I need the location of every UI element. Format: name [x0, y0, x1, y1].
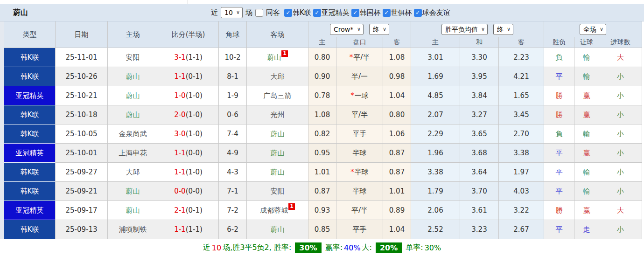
page-title: 蔚山: [13, 8, 28, 18]
odds-away-cell: 4.03: [499, 182, 544, 201]
away-team-cell: 安阳: [247, 182, 308, 201]
summary-text: 场,胜3平5负2, 胜率:: [223, 243, 291, 253]
handicap-line-cell: 平手: [336, 220, 383, 239]
league-filter[interactable]: ✓韩K联: [284, 8, 311, 17]
result-cell: 平: [544, 67, 574, 86]
fulltime-score: 2-0: [174, 111, 186, 119]
corners-cell: 6-2: [219, 220, 247, 239]
summary-text: 赢率:: [325, 243, 343, 253]
top-strip: [0, 0, 644, 4]
handicap-time-select-wrap: 终 ∨: [369, 24, 389, 35]
odds-home-cell: 2.06: [411, 201, 460, 220]
away-team-name: 蔚山: [271, 149, 285, 158]
col-header-league: 类型: [4, 21, 56, 48]
handicap-line-cell: *半球: [336, 163, 383, 182]
odds1x2-select[interactable]: 胜平负均值: [441, 24, 488, 35]
home-team-cell: 蔚山: [108, 105, 158, 125]
result-header-group: 全场 ∨: [544, 21, 642, 37]
odds-home-cell: 2.07: [411, 105, 460, 125]
checkbox-checked-icon[interactable]: ✓: [383, 9, 391, 17]
handicap-line-text: 半球: [353, 149, 367, 158]
subcol-header-handicap-home: 主: [308, 37, 336, 48]
home-team-cell: 蔚山: [108, 67, 158, 86]
goals-result-cell: 小: [599, 220, 642, 239]
score-cell: 1-1(0-0): [158, 144, 219, 163]
goals-result-cell: 小: [599, 105, 642, 125]
away-team-name: 广岛三箭: [264, 91, 292, 100]
home-team-cell: 蔚山: [108, 182, 158, 201]
league-badge: 韩K联: [4, 163, 56, 182]
odds-home-cell: 2.29: [411, 125, 460, 144]
score-cell: 1-1(0-1): [158, 67, 219, 86]
date-cell: 25-10-01: [56, 144, 108, 163]
handicap-time-select[interactable]: 终: [369, 24, 389, 35]
col-header-date: 日期: [56, 21, 108, 48]
home-team-name: 浦项制铁: [119, 225, 147, 234]
halftime-score: (0-0): [186, 187, 203, 195]
league-badge: 韩K联: [4, 220, 56, 239]
handicap-header-group: Crow* ∨ 终 ∨: [308, 21, 411, 37]
halftime-score: (0-0): [186, 149, 203, 157]
asterisk-marker: *: [350, 168, 354, 176]
handicap-line-cell: 平/半: [336, 201, 383, 220]
odds-home-cell: 3.38: [411, 163, 460, 182]
goals-result-cell: 小: [599, 86, 642, 105]
corners-cell: 7-4: [219, 125, 247, 144]
odds-away-cell: 4.21: [499, 67, 544, 86]
odds-away-cell: 3.22: [499, 201, 544, 220]
checkbox-checked-icon[interactable]: ✓: [284, 9, 292, 17]
note-badge: 1: [288, 203, 295, 210]
corners-cell: 4-9: [219, 144, 247, 163]
handicap-home-odds-cell: 0.80: [308, 48, 336, 67]
league-filter[interactable]: ✓世俱杯: [383, 8, 412, 17]
handicap-result-cell: 輸: [574, 182, 599, 201]
scope-select[interactable]: 全场: [580, 24, 606, 35]
checkbox-checked-icon[interactable]: ✓: [313, 9, 321, 17]
divider: [515, 0, 515, 4]
score-cell: 1-1(1-0): [158, 163, 219, 182]
handicap-away-odds-cell: 1.01: [383, 182, 411, 201]
home-team-cell: 上海申花: [108, 144, 158, 163]
away-team-name: 大邱: [271, 72, 285, 81]
corners-cell: 8-1: [219, 67, 247, 86]
odds-away-cell: 3.45: [499, 105, 544, 125]
handicap-line-text: 平手: [353, 130, 367, 138]
halftime-score: (1-0): [186, 130, 203, 138]
league-filter[interactable]: ✓球会友谊: [414, 8, 450, 17]
league-filter[interactable]: ✓亚冠精英: [313, 8, 350, 17]
asterisk-marker: *: [350, 91, 354, 100]
odds-away-cell: 1.97: [499, 163, 544, 182]
same-opponent-checkbox[interactable]: [255, 9, 263, 17]
match-history-page: 蔚山 近 10 ∨ 场 同客 ✓韩K联✓亚冠精英✓韩国杯✓世俱杯✓球会友谊 类型…: [0, 0, 644, 256]
league-filter-label: 世俱杯: [391, 8, 412, 17]
date-cell: 25-09-13: [56, 220, 108, 239]
halftime-score: (1-0): [186, 168, 203, 176]
checkbox-checked-icon[interactable]: ✓: [414, 9, 422, 17]
league-filter-group: ✓韩K联✓亚冠精英✓韩国杯✓世俱杯✓球会友谊: [283, 8, 450, 17]
odds-home-cell: 1.96: [411, 144, 460, 163]
goals-result-cell: 大: [599, 201, 642, 220]
recent-count-select[interactable]: 10: [221, 7, 243, 18]
bookmaker-select[interactable]: Crow*: [330, 24, 364, 35]
handicap-result-cell: 輸: [574, 67, 599, 86]
away-team-cell: 成都蓉城1: [247, 201, 308, 220]
league-filter[interactable]: ✓韩国杯: [351, 8, 381, 17]
away-team-name: 蔚山: [271, 130, 285, 138]
odds-home-cell: 1.69: [411, 67, 460, 86]
league-filter-label: 球会友谊: [422, 8, 450, 17]
away-team-cell: 蔚山: [247, 144, 308, 163]
subcol-header-odds-home: 主: [411, 37, 460, 48]
handicap-line-cell: 半球: [336, 182, 383, 201]
odds1x2-time-select[interactable]: 终: [493, 24, 513, 35]
score-cell: 3-0(1-0): [158, 125, 219, 144]
checkbox-checked-icon[interactable]: ✓: [351, 9, 359, 17]
home-team-cell: 安阳: [108, 48, 158, 67]
date-cell: 25-10-26: [56, 67, 108, 86]
handicap-line-text: 平/半: [351, 111, 368, 119]
date-cell: 25-09-21: [56, 182, 108, 201]
odds-draw-cell: 3.61: [460, 201, 499, 220]
handicap-line-text: 半球: [355, 168, 369, 177]
date-cell: 25-10-18: [56, 105, 108, 125]
subcol-header-handicap-away: 客: [383, 37, 411, 48]
league-badge: 亚冠精英: [4, 86, 56, 105]
